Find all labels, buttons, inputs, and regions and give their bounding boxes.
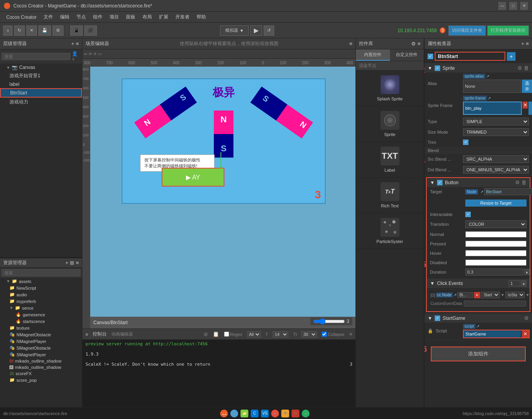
atlas-input[interactable] [463, 80, 521, 93]
sprite-settings-icon[interactable]: ⚙ [517, 65, 522, 71]
visit-project-button[interactable]: 访问项目文件夹 [448, 25, 486, 36]
toolbar-refresh[interactable]: ↻ [14, 25, 25, 36]
src-blend-select[interactable]: SRC_ALPHA [463, 155, 529, 163]
click-method-select[interactable]: toSta [505, 292, 525, 298]
toolbar-stop[interactable]: ✕ [26, 25, 37, 36]
button-settings-icon[interactable]: ⚙ [515, 180, 520, 185]
script-input[interactable] [464, 330, 521, 337]
component-sprite[interactable]: Sprite [356, 106, 424, 142]
taskbar-firefox-icon[interactable]: 🦊 [220, 410, 228, 417]
start-game-header[interactable]: ▼ ✓ StartGame ⚙ [425, 314, 532, 323]
menu-panel[interactable]: 面板 [123, 13, 138, 21]
click-events-up-button[interactable]: ▲ [521, 280, 527, 287]
layer-add-node-icon[interactable]: 👤+ [72, 51, 80, 62]
asset-item-startscence[interactable]: 🔥 startscence [0, 318, 82, 325]
duration-input[interactable] [465, 268, 523, 276]
line-height-select[interactable]: 30 [301, 331, 317, 337]
taskbar-app4-icon[interactable]: ● [302, 410, 310, 417]
transition-select[interactable]: COLOR [465, 220, 527, 228]
regex-checkbox[interactable] [224, 332, 229, 337]
asset-search-input[interactable] [2, 269, 80, 276]
toolbar-save[interactable]: 💾 [38, 25, 51, 36]
component-label[interactable]: TXT Label [356, 142, 424, 178]
asset-item-mikado2[interactable]: 🅰 mikado_outline_shadow [0, 364, 82, 370]
click-event-select[interactable]: Start [481, 292, 500, 298]
button-delete-icon[interactable]: 🗑 [521, 180, 527, 185]
toolbar-unknown[interactable]: ⬛ [84, 25, 97, 36]
toolbar-build[interactable]: ⚙ [53, 25, 64, 36]
layer-add-button[interactable]: + [71, 41, 74, 47]
target-input[interactable] [484, 188, 532, 195]
pressed-color[interactable] [465, 241, 527, 247]
asset-item-smagnetplayer[interactable]: 🎭 SMagnetPlayer [0, 351, 82, 358]
click-events-header[interactable]: ▼ Click Events ▲ [427, 279, 530, 288]
add-component-button[interactable]: 添加组件 [431, 346, 526, 361]
console-copy-button[interactable]: 📋 [213, 331, 219, 337]
click-node-clear-button[interactable]: ✕ [474, 292, 480, 298]
scene-menu-button[interactable]: ≡ [349, 41, 352, 47]
menu-edit[interactable]: 编辑 [57, 13, 73, 21]
frame-edit-button[interactable]: 编辑 [528, 102, 532, 115]
taskbar-app1-icon[interactable]: ● [271, 410, 279, 417]
asset-item-audio[interactable]: 📁 audio [0, 291, 82, 298]
node-name-input[interactable] [435, 52, 505, 61]
menu-node[interactable]: 节点 [73, 13, 89, 21]
tab-builtin[interactable]: 内置控件 [356, 49, 390, 61]
startgame-enable-checkbox[interactable]: ✓ [435, 316, 440, 321]
sprite-delete-icon[interactable]: 🗑 [524, 65, 529, 71]
layer-item-canvas[interactable]: ▼ 📷 Canvas [0, 63, 82, 71]
taskbar-app3-icon[interactable]: ⬡ [292, 410, 299, 417]
open-install-button[interactable]: 打开程序安装路径 [487, 25, 529, 36]
size-mode-select[interactable]: TRIMMED [463, 128, 529, 136]
maximize-button[interactable]: □ [509, 2, 517, 10]
component-splash-sprite[interactable]: Splash Sprite [356, 71, 424, 106]
menu-component[interactable]: 组件 [90, 13, 106, 21]
asset-item-newscript[interactable]: 📁 NewScript [0, 285, 82, 291]
interactable-checkbox[interactable]: ✓ [465, 212, 471, 217]
component-menu-button[interactable]: ≡ [417, 41, 421, 47]
simulator-button[interactable]: 模拟器 ▼ [220, 25, 249, 36]
trim-checkbox[interactable]: ✓ [463, 140, 468, 145]
click-events-count[interactable] [508, 280, 520, 287]
asset-item-assets[interactable]: ▼ 📁 assets [0, 278, 82, 285]
menu-devtools[interactable]: 开发者 [172, 13, 193, 21]
asset-item-sence[interactable]: ▼ 📁 sence [0, 305, 82, 311]
component-rich-text[interactable]: TxT Rich Text [356, 178, 424, 213]
close-button[interactable]: ✕ [520, 2, 528, 10]
menu-cocos[interactable]: Cocos Creator [3, 14, 40, 21]
startgame-settings-icon[interactable]: ⚙ [524, 315, 529, 321]
animation-editor-tab[interactable]: 动画编辑器 [111, 331, 133, 337]
normal-color[interactable] [465, 231, 527, 238]
layer-item-label[interactable]: label [0, 80, 82, 88]
asset-add-button[interactable]: + [65, 260, 68, 266]
hover-color[interactable] [465, 250, 527, 256]
frame-input[interactable] [463, 102, 522, 115]
asset-item-mypreferb[interactable]: 📁 mypreferb [0, 298, 82, 305]
layer-search-input[interactable] [2, 53, 70, 60]
properties-menu-button[interactable]: ≡ [526, 41, 529, 47]
taskbar-explorer-icon[interactable]: 📁 [240, 410, 248, 417]
asset-item-smagnetobstacle[interactable]: 🎭 SMagnetObstacle [0, 345, 82, 351]
duration-up-button[interactable]: ▲ [524, 269, 530, 275]
sprite-section-header[interactable]: ▼ ✓ Sprite ⚙ 🗑 [425, 63, 532, 73]
asset-item-scorefx[interactable]: JS scoreFX [0, 370, 82, 377]
menu-extend[interactable]: 扩展 [156, 13, 171, 21]
log-filter-select[interactable]: All [247, 331, 261, 337]
font-size-select[interactable]: 14 [273, 331, 288, 337]
layer-item-btnstart[interactable]: BtnStart [0, 88, 82, 98]
sprite-enable-checkbox[interactable]: ✓ [435, 65, 440, 71]
toolbar-screen[interactable]: 📱 [70, 25, 83, 36]
layer-item-game[interactable]: 游戏动力 [0, 98, 82, 107]
transform-handle-dot[interactable] [220, 166, 222, 169]
add-component-icon[interactable]: + [521, 41, 524, 47]
custom-event-data-input[interactable] [464, 301, 526, 307]
transform-handle-y[interactable] [220, 152, 221, 168]
type-select[interactable]: SIMPLE [463, 118, 529, 125]
asset-item-nmagnetobstacle[interactable]: 🎭 NMagnetObstacle [0, 331, 82, 338]
reload-button[interactable]: ↺ [264, 25, 274, 36]
dst-blend-select[interactable]: ONE_MINUS_SRC_ALPHA [463, 166, 529, 174]
button-enable-checkbox[interactable]: ✓ [437, 180, 443, 185]
minimize-button[interactable]: — [498, 2, 506, 10]
script-clear-button[interactable]: ✕ [522, 330, 529, 337]
layer-menu-button[interactable]: ≡ [76, 41, 79, 47]
